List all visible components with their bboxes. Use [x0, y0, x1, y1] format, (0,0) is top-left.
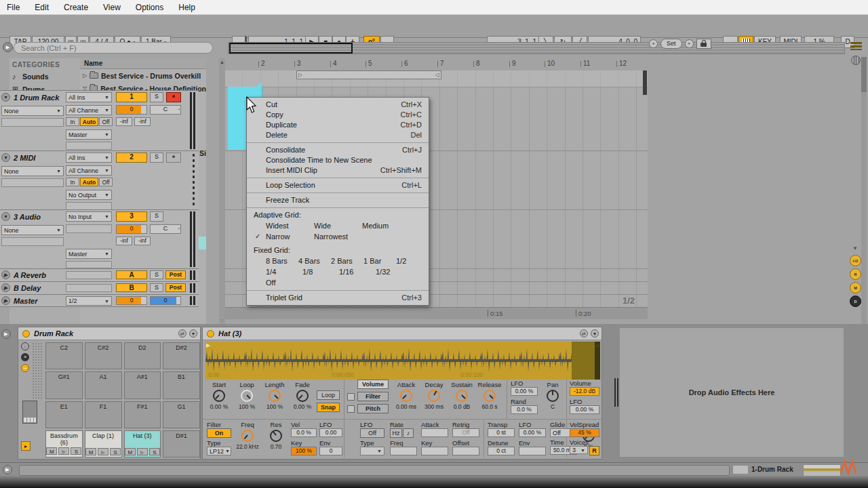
master-cue-volume[interactable]: 0: [150, 296, 181, 305]
returnb-activator[interactable]: B: [116, 283, 147, 292]
drum-pad[interactable]: C#2: [85, 342, 122, 369]
filter-key-field[interactable]: 100 %: [291, 447, 317, 455]
scrollbar-thumb[interactable]: [861, 57, 867, 92]
status-expand-button[interactable]: ▶: [3, 465, 12, 474]
sidebar-item-sounds[interactable]: ♪Sounds: [9, 70, 80, 83]
transpose-field[interactable]: 0 st: [488, 428, 515, 437]
sample-waveform-display[interactable]: ▶ ◀ 0:00 0:00:050 0:00:100: [205, 342, 600, 380]
lfo-attack-field[interactable]: [421, 428, 448, 437]
next-locator-button[interactable]: +: [685, 39, 694, 48]
drum-pad[interactable]: B1: [163, 371, 200, 399]
show-chains-icon[interactable]: ▸: [21, 441, 31, 451]
menu-item-consolidate-scene[interactable]: Consolidate Time to New Scene: [247, 155, 429, 165]
drum-pad[interactable]: C2: [45, 342, 83, 369]
filter-on-button[interactable]: On: [207, 428, 231, 438]
drum-pad[interactable]: F1: [85, 401, 122, 428]
pad-overview-strip[interactable]: [32, 342, 43, 399]
menu-item-narrowest[interactable]: Narrowest: [314, 231, 362, 242]
browser-scrollbar[interactable]: ▲ ▼: [219, 58, 225, 324]
lfo-rate-hz-button[interactable]: Hz: [390, 428, 402, 438]
track2-input-channel[interactable]: All Channe▼: [66, 165, 112, 176]
menu-item-8-bars[interactable]: 8 Bars: [266, 256, 298, 266]
sample-end-fade-region[interactable]: [572, 342, 595, 380]
menu-item-1-8[interactable]: 1/8: [302, 266, 339, 277]
loop-knob[interactable]: [241, 390, 253, 402]
menu-view[interactable]: View: [103, 3, 121, 12]
filter-freq-knob[interactable]: [241, 430, 254, 442]
pad-preview-button[interactable]: ▶: [58, 447, 69, 455]
track1-monitor-auto[interactable]: Auto: [80, 117, 98, 126]
hot-swap-icon[interactable]: ⇄: [580, 329, 588, 338]
device-power-button[interactable]: [207, 330, 214, 338]
save-preset-icon[interactable]: ▼: [591, 329, 599, 338]
pad-mute-button[interactable]: M: [85, 448, 96, 455]
show-detail-button[interactable]: D: [850, 296, 861, 307]
drum-pad[interactable]: A#1: [124, 371, 161, 399]
show-returns-button[interactable]: R: [850, 268, 861, 280]
drum-pad-clap[interactable]: Clap (1) M▶S: [85, 430, 122, 458]
menu-item-loop-selection[interactable]: Loop SelectionCtrl+L: [247, 180, 429, 190]
pad-preview-button[interactable]: ▶: [98, 448, 108, 455]
save-preset-icon[interactable]: ▼: [189, 329, 197, 338]
menu-item-1-2[interactable]: 1/2: [396, 256, 429, 266]
volume-vel-field[interactable]: 45 %: [570, 428, 599, 437]
track2-device-chooser[interactable]: None▼: [1, 166, 64, 176]
track2-monitor-auto[interactable]: Auto: [80, 178, 98, 186]
drum-pad[interactable]: E1: [45, 401, 83, 428]
track1-input-type[interactable]: All Ins▼: [66, 92, 112, 102]
filter-type-select[interactable]: LP12▼: [207, 447, 231, 455]
show-io-button[interactable]: I-O: [850, 255, 861, 266]
track2-monitor-in[interactable]: In: [66, 178, 79, 186]
filter-lfo-field[interactable]: 0.00: [319, 428, 342, 437]
filter-res-knob[interactable]: [270, 430, 282, 442]
loop-brace[interactable]: ▷◁: [296, 70, 441, 79]
menu-item-4-bars[interactable]: 4 Bars: [298, 256, 331, 266]
pad-bank-selector[interactable]: [22, 401, 37, 424]
loop-mode-button[interactable]: Loop: [317, 390, 340, 400]
drum-pad[interactable]: D#2: [163, 342, 200, 369]
lfo-rate-sync-button[interactable]: ♪: [403, 428, 414, 438]
track1-monitor-in[interactable]: In: [66, 117, 79, 126]
arrangement-overview[interactable]: [228, 42, 845, 54]
track3-input-type[interactable]: No Input▼: [66, 211, 112, 222]
track-fold-icon[interactable]: ▶: [1, 283, 10, 292]
pad-solo-button[interactable]: S: [110, 448, 121, 455]
pad-solo-button[interactable]: S: [71, 447, 81, 455]
drum-pad-hat-selected[interactable]: Hat (3) M▶S: [124, 430, 161, 458]
filter-vel-field[interactable]: 0.0 %: [291, 428, 317, 437]
sustain-knob[interactable]: [456, 390, 468, 402]
returnb-pre-post-toggle[interactable]: Post: [165, 283, 186, 292]
browser-collapse-button[interactable]: ▶: [3, 42, 13, 52]
pan-knob[interactable]: [547, 390, 559, 402]
track-fold-icon[interactable]: ▼: [1, 93, 10, 102]
track1-output-type[interactable]: Master▼: [66, 129, 112, 140]
track1-arm-button[interactable]: ●: [166, 92, 181, 102]
master-cue-out[interactable]: 1/2▼: [66, 296, 112, 306]
drum-pad[interactable]: G#1: [45, 371, 83, 399]
lfo-on-off-button[interactable]: Off: [360, 428, 384, 438]
fade-knob[interactable]: [296, 390, 309, 402]
release-knob[interactable]: [484, 390, 496, 402]
volume-lfo-field[interactable]: 0.00 %: [570, 405, 599, 414]
pan-random-field[interactable]: 0.0 %: [511, 405, 538, 414]
returnb-solo-button[interactable]: S: [150, 283, 163, 292]
track3-output-type[interactable]: Master▼: [66, 249, 112, 259]
pad-view-icon[interactable]: −: [21, 364, 29, 372]
start-knob[interactable]: [213, 390, 225, 402]
menu-item-copy[interactable]: CopyCtrl+C: [247, 110, 429, 120]
pitch-env-field[interactable]: [519, 447, 546, 455]
snap-button[interactable]: Snap: [317, 403, 340, 412]
tab-volume[interactable]: Volume: [357, 380, 389, 389]
arrangement-vertical-scrollbar[interactable]: [643, 70, 647, 95]
return-track-a[interactable]: ▶A Reverb A S Post: [0, 268, 199, 281]
sample-end-marker[interactable]: ◀: [595, 342, 599, 348]
collapse-triangle-icon[interactable]: ▼: [852, 245, 858, 251]
track2-output-type[interactable]: No Output▼: [66, 190, 112, 200]
menu-help[interactable]: Help: [178, 3, 195, 12]
returna-solo-button[interactable]: S: [150, 270, 163, 279]
drum-rack-header[interactable]: Drum Rack ⇄ ▼: [18, 327, 200, 340]
menu-item-freeze-track[interactable]: Freeze Track: [247, 195, 429, 205]
menu-item-insert-midi-clip[interactable]: Insert MIDI ClipCtrl+Shift+M: [247, 165, 429, 176]
lfo-freq-field[interactable]: [390, 447, 417, 455]
tree-name-header[interactable]: Name: [80, 58, 206, 69]
